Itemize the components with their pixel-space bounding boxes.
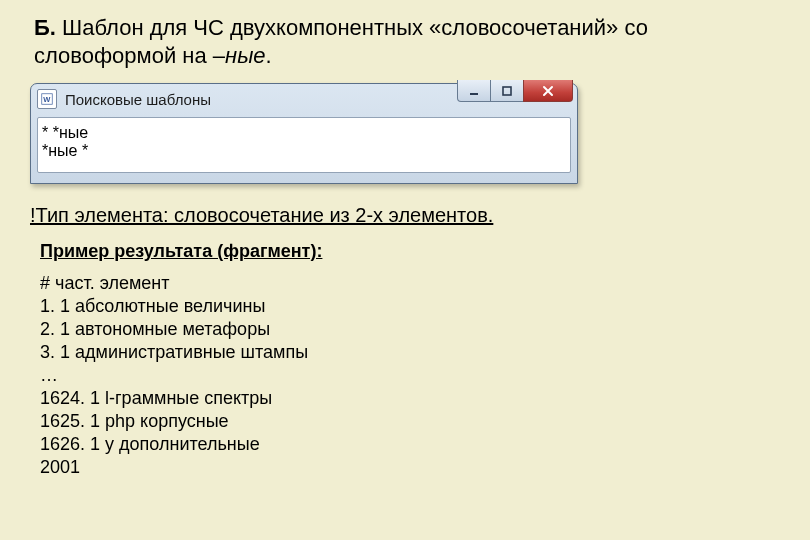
search-templates-window: W Поисковые шаблоны * *ные *ные * bbox=[30, 83, 578, 184]
svg-rect-2 bbox=[470, 93, 478, 95]
pattern-line: * *ные bbox=[42, 124, 88, 141]
maximize-icon bbox=[501, 85, 513, 97]
results-block: # част. элемент 1. 1 абсолютные величины… bbox=[40, 272, 782, 479]
heading-rest: Шаблон для ЧС двухкомпонентных «словосоч… bbox=[34, 15, 648, 68]
word-icon: W bbox=[37, 89, 57, 109]
results-header: # част. элемент bbox=[40, 272, 782, 295]
close-icon bbox=[541, 84, 555, 98]
client-area: * *ные *ные * bbox=[37, 117, 571, 173]
heading-suffix: . bbox=[266, 43, 272, 68]
heading: Б. Шаблон для ЧС двухкомпонентных «слово… bbox=[34, 14, 714, 69]
window-controls bbox=[458, 80, 573, 102]
slide: Б. Шаблон для ЧС двухкомпонентных «слово… bbox=[0, 0, 810, 540]
results-line: 1624. 1 l-граммные спектры bbox=[40, 387, 782, 410]
svg-rect-3 bbox=[503, 87, 511, 95]
titlebar: W Поисковые шаблоны bbox=[31, 84, 577, 114]
maximize-button[interactable] bbox=[490, 80, 524, 102]
element-type-note: !Тип элемента: словосочетание из 2-х эле… bbox=[30, 204, 782, 227]
results-line: 1625. 1 php корпусные bbox=[40, 410, 782, 433]
results-line: 3. 1 административные штампы bbox=[40, 341, 782, 364]
svg-text:W: W bbox=[43, 95, 51, 104]
results-line: 2001 bbox=[40, 456, 782, 479]
window-screenshot: W Поисковые шаблоны * *ные *ные * bbox=[30, 83, 578, 184]
results-subhead: Пример результата (фрагмент): bbox=[40, 241, 782, 262]
heading-italic: ные bbox=[225, 43, 266, 68]
close-button[interactable] bbox=[523, 80, 573, 102]
results-line: … bbox=[40, 364, 782, 387]
results-line: 2. 1 автономные метафоры bbox=[40, 318, 782, 341]
minimize-button[interactable] bbox=[457, 80, 491, 102]
minimize-icon bbox=[468, 85, 480, 97]
pattern-line: *ные * bbox=[42, 142, 88, 159]
window-title: Поисковые шаблоны bbox=[65, 91, 211, 108]
heading-prefix: Б. bbox=[34, 15, 56, 40]
search-patterns: * *ные *ные * bbox=[42, 124, 566, 161]
results-line: 1. 1 абсолютные величины bbox=[40, 295, 782, 318]
results-line: 1626. 1 у дополнительные bbox=[40, 433, 782, 456]
